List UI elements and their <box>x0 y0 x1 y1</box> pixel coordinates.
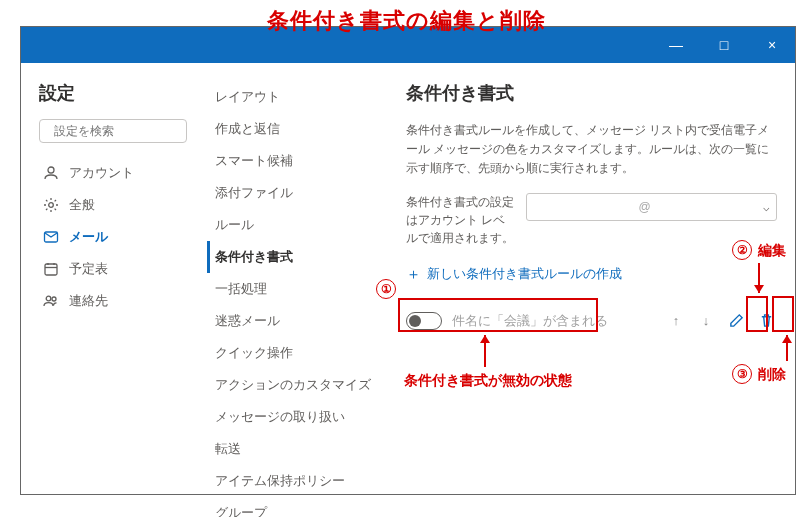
sub-item-forwarding[interactable]: 転送 <box>207 433 386 465</box>
sub-item-message-handling[interactable]: メッセージの取り扱い <box>207 401 386 433</box>
chevron-down-icon: ⌵ <box>763 200 770 213</box>
nav-label: アカウント <box>69 164 134 182</box>
panel-heading: 条件付き書式 <box>406 81 777 105</box>
nav-label: メール <box>69 228 108 246</box>
sub-item-conditional-formatting[interactable]: 条件付き書式 <box>207 241 386 273</box>
rule-toggle[interactable] <box>406 312 442 330</box>
new-rule-button[interactable]: ＋ 新しい条件付き書式ルールの作成 <box>406 265 777 284</box>
sub-item-sweep[interactable]: 一括処理 <box>207 273 386 305</box>
svg-point-9 <box>46 296 51 301</box>
panel-description: 条件付き書式ルールを作成して、メッセージ リスト内で受信電子メール メッセージの… <box>406 121 777 179</box>
people-icon <box>43 293 59 309</box>
window-minimize-button[interactable]: ― <box>661 30 691 60</box>
move-down-button[interactable]: ↓ <box>695 310 717 332</box>
edit-rule-button[interactable] <box>725 310 747 332</box>
scope-text: 条件付き書式の設定はアカウント レベルで適用されます。 <box>406 193 516 247</box>
window-maximize-button[interactable]: □ <box>709 30 739 60</box>
svg-point-10 <box>52 297 56 301</box>
settings-dialog: ― □ × 設定 アカウント 全般 メール <box>20 26 796 495</box>
nav-calendar[interactable]: 予定表 <box>39 253 187 285</box>
titlebar: ― □ × <box>21 27 795 63</box>
settings-search[interactable] <box>39 119 187 143</box>
nav-contacts[interactable]: 連絡先 <box>39 285 187 317</box>
gear-icon <box>43 197 59 213</box>
sub-item-junk[interactable]: 迷惑メール <box>207 305 386 337</box>
account-value: @ <box>638 200 650 214</box>
sub-item-smart[interactable]: スマート候補 <box>207 145 386 177</box>
sub-item-customize[interactable]: アクションのカスタマイズ <box>207 369 386 401</box>
sub-item-retention[interactable]: アイテム保持ポリシー <box>207 465 386 497</box>
nav-label: 全般 <box>69 196 95 214</box>
sub-item-quick[interactable]: クイック操作 <box>207 337 386 369</box>
arrow-up-icon: ↑ <box>673 313 680 328</box>
nav-label: 連絡先 <box>69 292 108 310</box>
account-select[interactable]: @ ⌵ <box>526 193 777 221</box>
move-up-button[interactable]: ↑ <box>665 310 687 332</box>
arrow-down-icon: ↓ <box>703 313 710 328</box>
trash-icon <box>759 313 774 328</box>
nav-label: 予定表 <box>69 260 108 278</box>
mail-settings-list: レイアウト 作成と返信 スマート候補 添付ファイル ルール 条件付き書式 一括処… <box>201 63 396 494</box>
settings-search-input[interactable] <box>54 124 204 138</box>
sub-item-attachments[interactable]: 添付ファイル <box>207 177 386 209</box>
sub-item-layout[interactable]: レイアウト <box>207 81 386 113</box>
person-icon <box>43 165 59 181</box>
delete-rule-button[interactable] <box>755 310 777 332</box>
settings-sidebar: 設定 アカウント 全般 メール 予定表 <box>21 63 201 494</box>
mail-icon <box>43 229 59 245</box>
calendar-icon <box>43 261 59 277</box>
conditional-formatting-panel: 条件付き書式 条件付き書式ルールを作成して、メッセージ リスト内で受信電子メール… <box>396 63 795 494</box>
settings-heading: 設定 <box>39 81 187 105</box>
new-rule-label: 新しい条件付き書式ルールの作成 <box>427 265 622 283</box>
nav-mail[interactable]: メール <box>39 221 187 253</box>
sub-item-compose[interactable]: 作成と返信 <box>207 113 386 145</box>
svg-point-3 <box>49 203 54 208</box>
window-close-button[interactable]: × <box>757 30 787 60</box>
pencil-icon <box>729 313 744 328</box>
sub-item-rules[interactable]: ルール <box>207 209 386 241</box>
plus-icon: ＋ <box>406 265 421 284</box>
svg-point-2 <box>48 167 54 173</box>
nav-general[interactable]: 全般 <box>39 189 187 221</box>
rule-name: 件名に「会議」が含まれる <box>452 312 655 330</box>
sub-item-groups[interactable]: グループ <box>207 497 386 517</box>
nav-account[interactable]: アカウント <box>39 157 187 189</box>
svg-rect-5 <box>45 264 57 275</box>
rule-row: 件名に「会議」が含まれる ↑ ↓ <box>406 304 777 338</box>
